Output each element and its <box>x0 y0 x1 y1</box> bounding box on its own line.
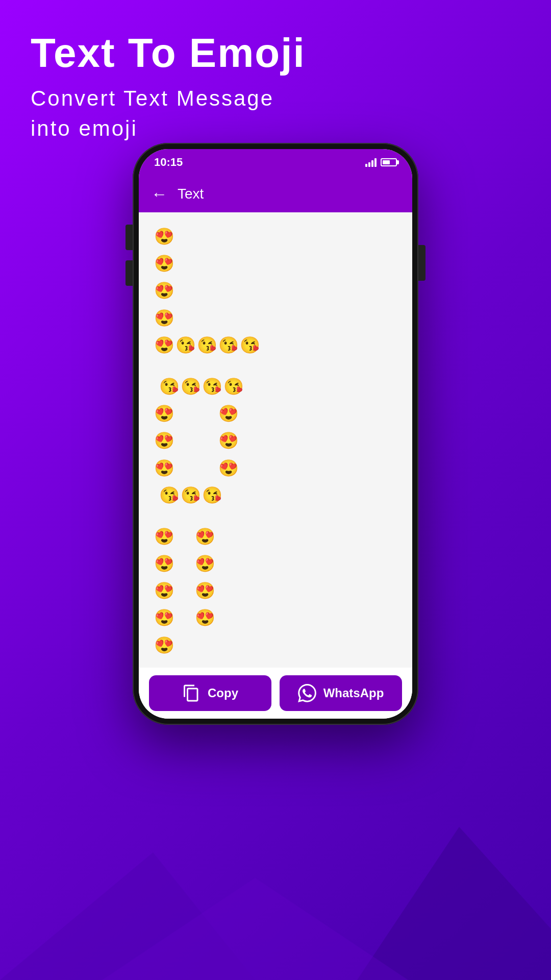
status-icons <box>365 158 397 167</box>
whatsapp-icon <box>298 684 316 702</box>
copy-icon <box>182 684 201 702</box>
phone-mockup: 10:15 ← Text <box>133 143 418 725</box>
app-bar-title: Text <box>178 186 204 202</box>
emoji-letter-l: 😍 😍 😍 😍 😍😘😘😘😘 <box>154 224 397 358</box>
content-area: 😍 😍 😍 😍 😍😘😘😘😘 😘😘😘😘 😍😍😍😍 😍😍😍😍 😍😍😍😍 😘😘😘 <box>139 212 412 668</box>
signal-icon <box>365 158 377 167</box>
copy-label: Copy <box>208 686 238 700</box>
app-title: Text To Emoji <box>31 31 306 76</box>
status-time: 10:15 <box>154 156 183 169</box>
status-bar: 10:15 <box>139 149 412 176</box>
svg-marker-1 <box>357 827 551 980</box>
emoji-letter-o: 😘😘😘😘 😍😍😍😍 😍😍😍😍 😍😍😍😍 😘😘😘 <box>154 374 397 508</box>
emoji-letter-v: 😍😍 😍😍 😍😍 😍😍 😍 <box>154 524 397 658</box>
bottom-bar: Copy WhatsApp <box>139 668 412 719</box>
copy-button[interactable]: Copy <box>149 675 271 711</box>
app-subtitle: Convert Text Messageinto emoji <box>31 84 306 144</box>
back-button[interactable]: ← <box>151 185 167 204</box>
whatsapp-button[interactable]: WhatsApp <box>280 675 402 711</box>
whatsapp-label: WhatsApp <box>323 686 384 700</box>
battery-icon <box>381 158 397 166</box>
app-bar: ← Text <box>139 176 412 212</box>
